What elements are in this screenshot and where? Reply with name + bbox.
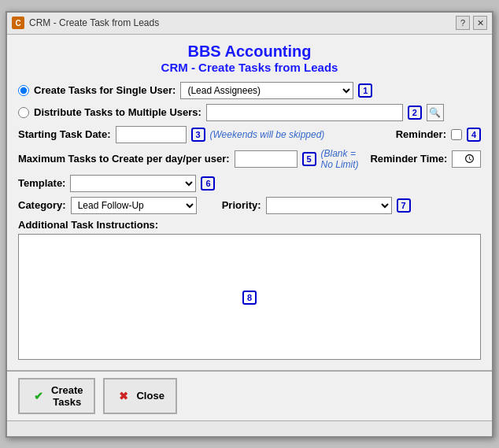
badge-7: 7 <box>397 198 411 213</box>
category-dropdown[interactable]: Lead Follow-Up <box>71 197 197 214</box>
badge-8: 8 <box>242 291 257 305</box>
single-user-radio[interactable] <box>18 85 29 96</box>
app-title: BBS Accounting <box>18 43 481 61</box>
search-button[interactable]: 🔍 <box>427 104 444 121</box>
title-bar-left: C CRM - Create Task from Leads <box>12 17 159 29</box>
title-bar: C CRM - Create Task from Leads ? ✕ <box>7 13 492 35</box>
maxtasks-remindertime-row: Maximum Tasks to Create per day/per user… <box>18 148 481 170</box>
status-bar <box>7 420 492 436</box>
priority-label: Priority: <box>222 199 261 211</box>
reminder-checkbox[interactable] <box>451 129 462 140</box>
footer: ✔ Create Tasks ✖ Close <box>7 370 492 420</box>
close-label: Close <box>136 390 164 402</box>
help-button[interactable]: ? <box>456 16 470 30</box>
max-tasks-input[interactable] <box>235 150 298 168</box>
badge-3: 3 <box>191 128 205 142</box>
main-window: C CRM - Create Task from Leads ? ✕ BBS A… <box>6 11 493 438</box>
template-label: Template: <box>18 177 65 189</box>
badge-4: 4 <box>467 128 481 142</box>
single-user-dropdown[interactable]: (Lead Assignees) <box>180 82 353 99</box>
distribute-radio[interactable] <box>18 107 29 118</box>
badge-5: 5 <box>302 152 316 166</box>
template-dropdown[interactable] <box>70 175 196 192</box>
close-button[interactable]: ✖ Close <box>103 378 176 414</box>
instructions-label: Additional Task Instructions: <box>18 219 481 231</box>
create-tasks-label: Create Tasks <box>51 384 83 408</box>
category-label: Category: <box>18 199 66 211</box>
checkmark-icon: ✔ <box>31 388 46 404</box>
badge-1: 1 <box>358 83 372 98</box>
single-user-label: Create Tasks for Single User: <box>34 84 176 96</box>
template-row: Template: 6 <box>18 175 481 192</box>
badge-6: 6 <box>201 176 215 191</box>
starting-date-input[interactable]: 25/03/2024 <box>116 126 187 143</box>
category-priority-row: Category: Lead Follow-Up Priority: 7 <box>18 197 481 214</box>
priority-dropdown[interactable] <box>266 197 392 214</box>
instructions-section: Additional Task Instructions: 8 <box>18 219 481 362</box>
max-tasks-label: Maximum Tasks to Create per day/per user… <box>18 153 230 165</box>
reminder-label: Reminder: <box>396 128 446 140</box>
badge-2: 2 <box>408 106 422 120</box>
close-icon: ✖ <box>116 388 131 404</box>
close-window-button[interactable]: ✕ <box>473 16 487 30</box>
app-header: BBS Accounting CRM - Create Tasks from L… <box>18 43 481 74</box>
blank-note: (Blank = No Limit) <box>321 148 361 170</box>
title-bar-buttons: ? ✕ <box>456 16 487 30</box>
distribute-label: Distribute Tasks to Multiple Users: <box>34 106 201 118</box>
app-icon: C <box>12 17 24 29</box>
distribute-row: Distribute Tasks to Multiple Users: 2 🔍 <box>18 104 481 121</box>
date-reminder-row: Starting Task Date: 25/03/2024 3 (Weeken… <box>18 126 481 143</box>
reminder-time-input[interactable]: 00:00 <box>452 150 481 168</box>
starting-date-label: Starting Task Date: <box>18 128 111 140</box>
distribute-input[interactable] <box>206 104 403 121</box>
single-user-row: Create Tasks for Single User: (Lead Assi… <box>18 82 481 99</box>
app-subtitle: CRM - Create Tasks from Leads <box>18 61 481 74</box>
reminder-time-label: Reminder Time: <box>370 153 447 165</box>
form-content: BBS Accounting CRM - Create Tasks from L… <box>7 35 492 370</box>
window-title: CRM - Create Task from Leads <box>29 17 159 28</box>
create-tasks-button[interactable]: ✔ Create Tasks <box>18 378 95 414</box>
weekends-note: (Weekends will be skipped) <box>210 129 325 140</box>
